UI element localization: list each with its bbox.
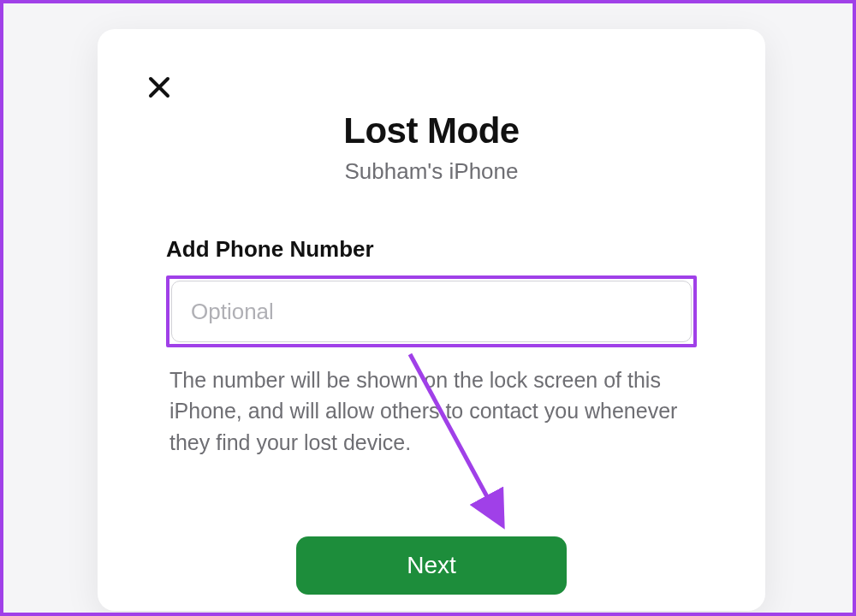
close-icon — [146, 74, 172, 100]
form-area: Add Phone Number The number will be show… — [132, 236, 731, 458]
next-button[interactable]: Next — [296, 536, 567, 595]
dialog-header: Lost Mode Subham's iPhone — [132, 110, 731, 185]
dialog-title: Lost Mode — [132, 110, 731, 151]
dialog-subtitle: Subham's iPhone — [132, 158, 731, 185]
phone-input[interactable] — [171, 281, 692, 342]
close-button[interactable] — [142, 70, 176, 104]
phone-label: Add Phone Number — [166, 236, 697, 263]
phone-description: The number will be shown on the lock scr… — [166, 364, 697, 458]
lost-mode-dialog: Lost Mode Subham's iPhone Add Phone Numb… — [98, 29, 765, 611]
annotation-input-highlight — [166, 275, 697, 347]
